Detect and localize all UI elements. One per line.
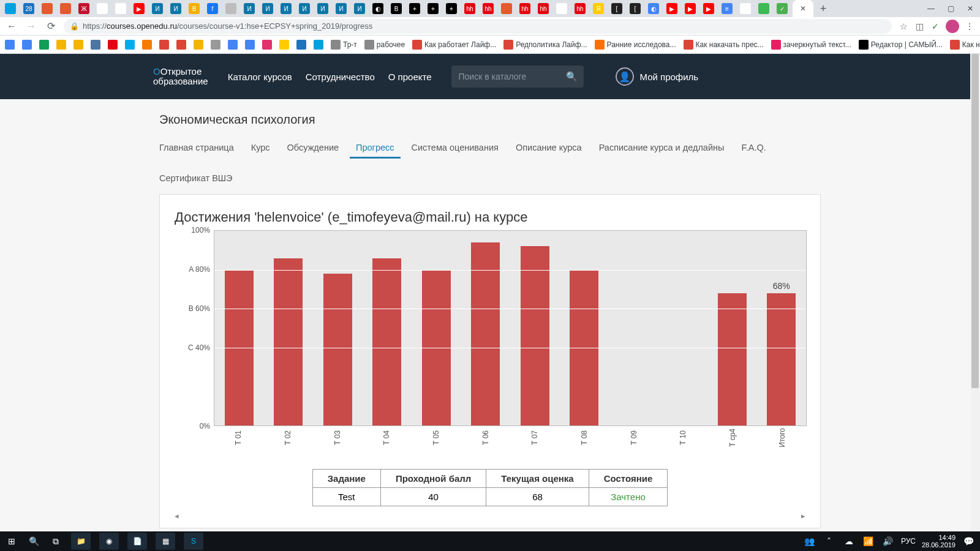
bookmark-item[interactable] (176, 40, 186, 50)
course-tab[interactable]: Прогресс (356, 139, 394, 159)
browser-tab[interactable] (556, 3, 567, 14)
browser-tab[interactable] (501, 3, 512, 14)
browser-tab[interactable]: + (409, 3, 420, 14)
browser-tab[interactable]: W (740, 3, 751, 14)
bookmark-item[interactable] (74, 40, 83, 50)
browser-tab[interactable]: hh (483, 3, 494, 14)
browser-tab[interactable]: ◐ (648, 3, 659, 14)
browser-tab[interactable]: И (152, 3, 163, 14)
browser-tab[interactable]: hh (464, 3, 475, 14)
minimize-button[interactable]: — (921, 0, 941, 17)
profile-link[interactable]: 👤 Мой профиль (616, 67, 699, 86)
bookmark-item[interactable] (22, 40, 32, 50)
skype-app[interactable]: S (184, 533, 203, 550)
browser-tab[interactable] (60, 3, 71, 14)
profile-avatar[interactable] (946, 20, 959, 33)
bookmark-item[interactable]: Как научиться пла... (950, 40, 980, 50)
browser-tab[interactable]: ≡ (722, 3, 733, 14)
volume-icon[interactable]: 🔊 (881, 534, 895, 548)
bookmark-item[interactable] (296, 40, 306, 50)
start-button[interactable]: ⊞ (5, 534, 18, 548)
bookmark-item[interactable]: Редактор | САМЫЙ... (859, 40, 943, 50)
new-tab-button[interactable]: + (817, 2, 829, 15)
forward-button[interactable]: → (24, 20, 38, 33)
browser-tab[interactable]: hh (538, 3, 549, 14)
browser-tab[interactable]: И (336, 3, 347, 14)
language-indicator[interactable]: РУС (901, 537, 916, 545)
browser-tab[interactable]: hh (519, 3, 530, 14)
chrome-app[interactable]: ◉ (99, 533, 119, 550)
header-nav-link[interactable]: О проекте (388, 72, 432, 82)
horizontal-scrollbar[interactable]: ◂ ▸ (175, 506, 805, 520)
bookmark-item[interactable] (245, 40, 255, 50)
browser-tab[interactable]: ▶ (134, 3, 145, 14)
browser-tab[interactable] (225, 3, 236, 14)
bookmark-item[interactable] (159, 40, 169, 50)
browser-tab[interactable]: [ (611, 3, 622, 14)
notifications-icon[interactable]: 💬 (962, 534, 975, 548)
vertical-scrollbar[interactable] (970, 54, 980, 531)
reload-button[interactable]: ⟳ (44, 20, 58, 33)
site-logo[interactable]: ООткрытое образование (153, 67, 208, 87)
browser-tab[interactable] (758, 3, 769, 14)
search-taskbar-icon[interactable]: 🔍 (27, 534, 40, 548)
browser-tab[interactable]: И (317, 3, 328, 14)
back-button[interactable]: ← (5, 20, 18, 33)
scroll-left-icon[interactable]: ◂ (175, 511, 179, 520)
bookmark-item[interactable] (279, 40, 289, 50)
maximize-button[interactable]: ▢ (941, 0, 960, 17)
bookmark-item[interactable] (142, 40, 152, 50)
task-view-icon[interactable]: ⧉ (49, 534, 62, 548)
browser-tab[interactable] (5, 3, 16, 14)
course-tab[interactable]: Курс (251, 139, 270, 159)
browser-tab[interactable]: И (170, 3, 181, 14)
browser-tab[interactable]: И (281, 3, 292, 14)
course-tab[interactable]: Система оценивания (412, 139, 499, 159)
scroll-right-icon[interactable]: ▸ (801, 511, 805, 520)
bookmark-item[interactable] (56, 40, 66, 50)
browser-tab[interactable] (115, 3, 126, 14)
bookmark-item[interactable]: Тр-т (331, 40, 357, 50)
browser-tab[interactable] (97, 3, 108, 14)
bookmark-item[interactable] (91, 40, 100, 50)
course-tab[interactable]: Расписание курса и дедлайны (599, 139, 725, 159)
browser-tab[interactable]: hh (575, 3, 586, 14)
browser-tab[interactable]: 28 (23, 3, 34, 14)
browser-tab[interactable]: Я (593, 3, 604, 14)
catalog-search[interactable]: 🔍 (451, 66, 584, 88)
bookmark-item[interactable] (108, 40, 118, 50)
bookmark-item[interactable]: Как работает Лайф... (412, 40, 496, 50)
file-explorer-app[interactable]: 📁 (71, 533, 91, 550)
browser-tab[interactable] (42, 3, 53, 14)
bookmark-item[interactable] (194, 40, 203, 50)
bookmark-item[interactable]: Как накачать прес... (684, 40, 764, 50)
browser-tab[interactable]: И (354, 3, 365, 14)
people-icon[interactable]: 👥 (803, 534, 816, 548)
bookmark-item[interactable]: рабочее (364, 40, 405, 50)
page-viewport[interactable]: ООткрытое образование Каталог курсовСотр… (0, 54, 980, 531)
header-nav-link[interactable]: Каталог курсов (228, 72, 292, 82)
course-tab[interactable]: Сертификат ВШЭ (159, 170, 233, 183)
browser-tab[interactable]: B (391, 3, 402, 14)
browser-tab[interactable]: + (446, 3, 457, 14)
bookmark-item[interactable] (5, 40, 15, 50)
browser-tab[interactable]: [ (630, 3, 641, 14)
browser-tab[interactable]: B (189, 3, 200, 14)
course-tab[interactable]: F.A.Q. (741, 139, 766, 159)
bookmark-item[interactable] (228, 40, 238, 50)
extension-check-icon[interactable]: ✓ (930, 21, 941, 32)
browser-tab[interactable]: ▶ (685, 3, 696, 14)
browser-tab[interactable]: И (299, 3, 310, 14)
wifi-icon[interactable]: 📶 (862, 534, 875, 548)
star-icon[interactable]: ☆ (898, 21, 909, 32)
extension-icon[interactable]: ◫ (914, 21, 925, 32)
browser-tab[interactable]: ▶ (703, 3, 714, 14)
browser-active-tab[interactable]: ✕ (793, 0, 813, 17)
course-tab[interactable]: Обсуждение (287, 139, 339, 159)
bookmark-item[interactable]: Ранние исследова... (595, 40, 676, 50)
bookmark-item[interactable]: Редполитика Лайф... (503, 40, 587, 50)
onedrive-icon[interactable]: ☁ (842, 534, 856, 548)
tray-up-icon[interactable]: ˄ (823, 534, 836, 548)
notepad-app[interactable]: 📄 (127, 533, 147, 550)
excel-app[interactable]: ▦ (156, 533, 175, 550)
